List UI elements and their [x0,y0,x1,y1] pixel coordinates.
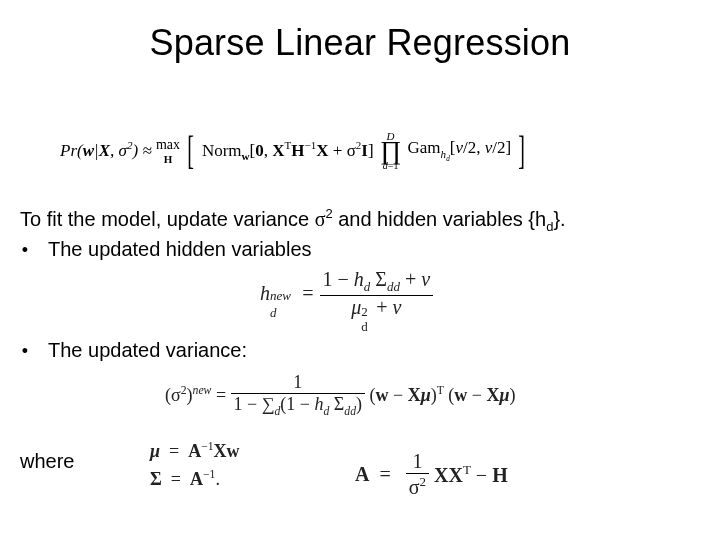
A-lhs: A = [355,463,401,485]
eq-mu-line: μ = A−1Xw [150,440,240,462]
eq-main-max: max H [156,137,180,165]
bullet-dot-1: • [20,239,30,262]
body-line1c: }. [553,208,565,230]
eq-main-product: D ∏ d=1 [380,130,401,171]
A-rhs: XXT − H [434,464,508,486]
equation-mu-sigma: μ = A−1Xw Σ = A−1. [150,440,240,490]
sigma-fraction: 1 1 − ∑d(1 − hd Σdd) [231,372,366,418]
A-denominator: σ2 [406,474,429,499]
slide-title: Sparse Linear Regression [0,22,720,64]
A-numerator: 1 [406,450,429,474]
slide: Sparse Linear Regression Pr(w|X, σ2) ≈ m… [0,22,720,540]
equation-main: Pr(w|X, σ2) ≈ max H [ Normw[0, XTH−1X + … [60,130,529,171]
bracket-right: ] [519,135,526,167]
bullet-1-text: The updated hidden variables [48,237,312,262]
bullet-2-row: • The updated variance: [20,339,700,362]
eq-main-lhs: Pr(w|X, σ2) ≈ [60,141,156,160]
body-line1a: To fit the model, update variance [20,208,315,230]
hd-lhs: hnewd = [260,282,320,304]
hd-fraction: 1 − hd Σdd + ν μ2d + ν [320,268,434,319]
eq-sigmacap-line: Σ = A−1. [150,468,240,490]
equation-A: A = 1 σ2 XXT − H [355,450,508,499]
body-text-2: • The updated variance: [20,337,700,362]
eq-main-norm: Normw[0, XTH−1X + σ2I] [202,141,374,160]
sigma-numerator: 1 [231,372,366,394]
where-label: where [20,450,74,473]
body-text-1: To fit the model, update variance σ2 and… [20,206,700,262]
bullet-dot-2: • [20,341,30,362]
A-fraction: 1 σ2 [406,450,429,499]
hd-numerator: 1 − hd Σdd + ν [320,268,434,296]
bullet-2-text: The updated variance: [48,339,247,362]
sigma-rhs: (w − Xμ)T (w − Xμ) [370,385,516,405]
bullet-1-row: • The updated hidden variables [20,237,700,262]
body-line1b: and hidden variables {h [333,208,547,230]
sigma-lhs: (σ2)new = [165,385,231,405]
max-label: max [156,137,180,153]
bracket-left: [ [188,135,195,167]
eq-main-gamma: Gamhd[ν/2, ν/2] [408,138,512,157]
hd-denominator: μ2d + ν [320,296,434,319]
equation-hd-new: hnewd = 1 − hd Σdd + ν μ2d + ν [260,268,433,319]
equation-sigma-new: (σ2)new = 1 1 − ∑d(1 − hd Σdd) (w − Xμ)T… [165,372,516,418]
sigma-denominator: 1 − ∑d(1 − hd Σdd) [231,394,366,418]
